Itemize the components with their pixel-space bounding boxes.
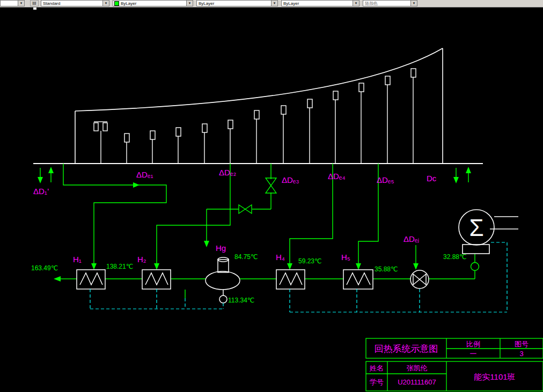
condensate-pump-symbol [471,263,479,271]
layers-icon: ▤ [32,1,36,5]
chevron-down-icon[interactable]: ▾ [271,1,277,6]
temp-113: 113.34℃ [228,297,254,304]
chevron-down-icon[interactable]: ▾ [18,1,24,6]
temp-35: 35.88℃ [375,265,398,273]
chevron-down-icon[interactable]: ▾ [186,1,193,6]
color-control-combo[interactable]: ByLayer ▾ [113,0,193,6]
h5-inlet-arrow [356,263,361,270]
label-de3: ΔDₑ₃ [282,175,299,184]
label-dej: ΔDₑⱼ [403,234,419,243]
heater-h4 [276,270,305,289]
h1-inlet-arrow [91,263,97,270]
chevron-down-icon[interactable]: ▾ [102,1,109,6]
title-block-text: 回热系统示意图 比例 一 图号 3 姓名 张凯伦 学号 U201111607 能… [369,340,529,386]
h4-inlet-arrow [287,263,292,270]
text-style-combo[interactable]: Standard ▾ [41,0,109,6]
chevron-down-icon[interactable]: ▾ [410,1,417,6]
temp-138: 138.21℃ [106,263,133,270]
label-dd1: ΔD₁’ [33,187,49,196]
id-value: U201111607 [398,378,436,386]
temp-84: 84.75℃ [234,253,258,261]
layer-properties-button[interactable]: ▤ [30,0,39,6]
label-h4: H₄ [276,253,285,262]
label-de4: ΔDₑ₄ [328,172,346,181]
label-de2: ΔDₑ₂ [219,168,236,177]
h2-inlet-arrow [154,263,159,270]
linetype-control-combo[interactable]: ByLayer ▾ [196,0,278,6]
deaerator-inlet-arrow [204,241,209,247]
plotstyle-control-combo[interactable]: 随颜色 ▾ [363,0,417,6]
valve-vertical-icon [266,178,276,193]
dc-up-arrow [466,167,471,173]
heater-h5 [343,270,373,289]
label-h1: H₁ [73,255,82,264]
dej-arrow [413,263,419,270]
unknown-combo[interactable]: ▾ [0,0,25,6]
temp-163: 163.49℃ [31,264,58,272]
linetype-control-value: ByLayer [197,1,271,6]
valve-horizontal-icon [239,205,252,213]
title-block: 回热系统示意图 比例 一 图号 3 姓名 张凯伦 学号 U201111607 能… [366,338,543,391]
scale-value: 一 [470,350,477,358]
name-label: 姓名 [369,364,384,372]
dc-down-arrow [453,177,459,183]
condenser-sigma-icon: Σ [469,215,483,241]
label-dc: Dc [427,174,437,183]
heater-h2 [142,270,171,289]
extraction-bars [94,69,416,164]
feedwater-arrows [54,276,61,282]
drain-pump-symbol [219,295,227,303]
scale-label: 比例 [466,340,480,348]
figno-value: 3 [519,350,523,358]
label-hg: Hg [216,243,226,253]
plotstyle-control-value: 随颜色 [363,1,410,6]
dd1-up-arrow [48,167,54,173]
figno-label: 图号 [515,340,529,348]
label-h5: H₅ [341,253,350,262]
pump-valve [410,270,429,289]
current-color-swatch [114,1,119,6]
extraction-pipes [40,164,468,298]
label-de5: ΔDₑ₅ [377,175,394,184]
temp-32: 32.88℃ [443,253,467,261]
name-value: 张凯伦 [407,364,428,372]
id-label: 学号 [370,378,384,386]
hotwell [463,245,489,254]
label-h2: H₂ [137,255,146,264]
condenser [459,210,518,254]
lineweight-control-value: ByLayer [282,1,353,6]
temp-59: 59.23℃ [298,257,322,265]
lineweight-control-combo[interactable]: ByLayer ▾ [281,0,359,6]
heater-h1 [77,270,105,289]
cad-window: { "toolbar": { "combo0": "", "style": "S… [0,0,543,392]
chevron-down-icon[interactable]: ▾ [353,1,359,6]
dd1-down-arrow [38,177,43,183]
color-control-value: ByLayer [119,1,186,6]
text-style-value: Standard [41,1,102,6]
de1-flow-arrow [133,182,140,188]
label-de1: ΔDₑ₁ [136,170,153,179]
drawing-canvas[interactable]: Σ ΔD₁’ ΔDₑ₁ ΔDₑ₂ ΔDₑ₃ ΔDₑ₄ ΔDₑ₅ Dc ΔDₑⱼ … [0,0,543,392]
feed-out-arrow [54,276,61,282]
toolbar: ▾ ▤ Standard ▾ ByLayer ▾ ByLayer ▾ ByLay… [0,0,543,8]
class-value: 能实1101班 [474,372,515,381]
drawing-title: 回热系统示意图 [375,344,438,354]
